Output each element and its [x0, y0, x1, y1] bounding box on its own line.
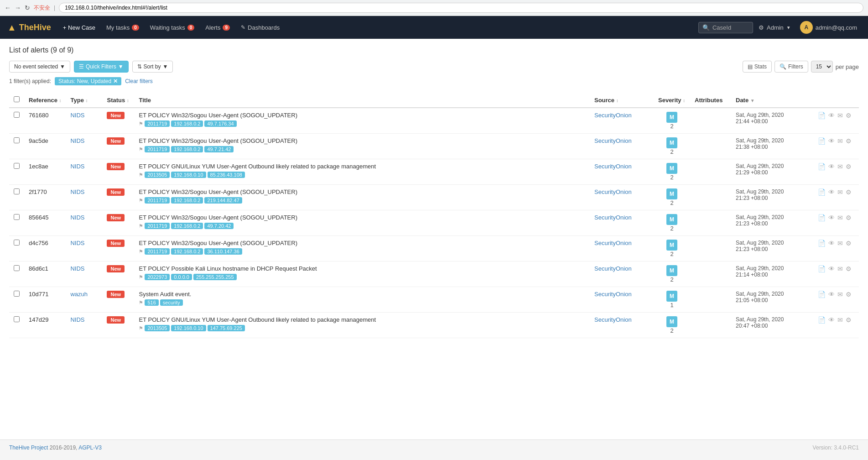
row-details-icon[interactable]: 📄 — [818, 291, 826, 298]
row-tag[interactable]: 2011719 — [145, 223, 170, 229]
row-tag[interactable]: security — [160, 299, 183, 306]
row-mail-icon[interactable]: ✉ — [837, 214, 843, 221]
row-tag[interactable]: 192.168.0.10 — [171, 172, 206, 178]
row-tag[interactable]: 2011719 — [145, 146, 170, 152]
row-source-link[interactable]: SecurityOnion — [594, 214, 632, 221]
stats-button[interactable]: ▤ Stats — [743, 61, 772, 73]
row-tag[interactable]: 2013505 — [145, 172, 170, 178]
row-settings-icon[interactable]: ⚙ — [846, 291, 852, 298]
row-tag[interactable]: 36.110.147.36 — [204, 248, 242, 255]
row-tag[interactable]: 192.168.0.2 — [171, 248, 203, 255]
row-mail-icon[interactable]: ✉ — [837, 240, 843, 247]
row-tag[interactable]: 192.168.0.2 — [171, 120, 203, 127]
row-view-icon[interactable]: 👁 — [828, 214, 835, 221]
back-button[interactable]: ← — [5, 4, 11, 11]
row-settings-icon[interactable]: ⚙ — [846, 163, 852, 170]
row-tag[interactable]: 192.168.0.2 — [171, 223, 203, 229]
row-source-link[interactable]: SecurityOnion — [594, 112, 632, 119]
row-mail-icon[interactable]: ✉ — [837, 265, 843, 272]
row-checkbox[interactable] — [14, 240, 20, 246]
row-type-link[interactable]: NIDS — [70, 137, 84, 144]
row-source-link[interactable]: SecurityOnion — [594, 188, 632, 195]
col-reference[interactable]: Reference ↕ — [24, 93, 66, 108]
row-view-icon[interactable]: 👁 — [828, 163, 835, 170]
thehive-project-link[interactable]: TheHive Project — [9, 444, 48, 451]
row-details-icon[interactable]: 📄 — [818, 112, 826, 119]
row-type-link[interactable]: NIDS — [70, 163, 84, 170]
new-case-button[interactable]: + New Case — [58, 21, 100, 34]
row-tag[interactable]: 192.168.0.10 — [171, 325, 206, 331]
row-type-link[interactable]: wazuh — [70, 291, 88, 298]
row-details-icon[interactable]: 📄 — [818, 137, 826, 145]
row-source-link[interactable]: SecurityOnion — [594, 291, 632, 298]
row-tag[interactable]: 2011719 — [145, 197, 170, 204]
row-tag[interactable]: 255.255.255.255 — [193, 274, 237, 280]
remove-filter-icon[interactable]: ✕ — [113, 78, 118, 84]
row-checkbox[interactable] — [14, 316, 20, 322]
col-severity[interactable]: Severity ↕ — [654, 93, 690, 108]
select-all-checkbox[interactable] — [14, 96, 20, 102]
row-tag[interactable]: 2011719 — [145, 248, 170, 255]
refresh-button[interactable]: ↻ — [25, 4, 30, 11]
row-tag[interactable]: 516 — [145, 299, 158, 306]
row-tag[interactable]: 147.75.69.225 — [208, 325, 245, 331]
row-tag[interactable]: 2022973 — [145, 274, 170, 280]
row-settings-icon[interactable]: ⚙ — [846, 316, 852, 324]
row-tag[interactable]: 192.168.0.2 — [171, 146, 203, 152]
row-mail-icon[interactable]: ✉ — [837, 188, 843, 196]
license-link[interactable]: AGPL-V3 — [78, 444, 102, 451]
row-settings-icon[interactable]: ⚙ — [846, 112, 852, 119]
forward-button[interactable]: → — [15, 4, 21, 11]
quick-filters-button[interactable]: ☰ Quick Filters ▼ — [74, 61, 129, 73]
row-checkbox[interactable] — [14, 291, 20, 297]
row-source-link[interactable]: SecurityOnion — [594, 240, 632, 246]
row-tag[interactable]: 0.0.0.0 — [171, 274, 192, 280]
row-details-icon[interactable]: 📄 — [818, 188, 826, 196]
row-view-icon[interactable]: 👁 — [828, 112, 835, 119]
row-type-link[interactable]: NIDS — [70, 240, 84, 246]
row-tag[interactable]: 192.168.0.2 — [171, 197, 203, 204]
row-settings-icon[interactable]: ⚙ — [846, 188, 852, 196]
row-settings-icon[interactable]: ⚙ — [846, 214, 852, 221]
brand-logo[interactable]: ▲ TheHive — [7, 22, 51, 33]
my-tasks-nav[interactable]: My tasks 0 — [102, 21, 144, 34]
row-type-link[interactable]: NIDS — [70, 316, 84, 323]
row-view-icon[interactable]: 👁 — [828, 291, 835, 298]
row-checkbox[interactable] — [14, 163, 20, 169]
row-type-link[interactable]: NIDS — [70, 214, 84, 221]
row-tag[interactable]: 219.144.82.47 — [204, 197, 242, 204]
row-details-icon[interactable]: 📄 — [818, 265, 826, 272]
row-source-link[interactable]: SecurityOnion — [594, 163, 632, 170]
row-mail-icon[interactable]: ✉ — [837, 316, 843, 324]
row-view-icon[interactable]: 👁 — [828, 137, 835, 145]
row-tag[interactable]: 2011719 — [145, 120, 170, 127]
row-details-icon[interactable]: 📄 — [818, 163, 826, 170]
row-view-icon[interactable]: 👁 — [828, 188, 835, 196]
row-checkbox[interactable] — [14, 265, 20, 271]
row-source-link[interactable]: SecurityOnion — [594, 137, 632, 144]
row-type-link[interactable]: NIDS — [70, 265, 84, 272]
row-source-link[interactable]: SecurityOnion — [594, 316, 632, 323]
row-mail-icon[interactable]: ✉ — [837, 291, 843, 298]
row-tag[interactable]: 49.7.21.42 — [204, 146, 234, 152]
alerts-nav[interactable]: Alerts 9 — [201, 21, 234, 34]
row-view-icon[interactable]: 👁 — [828, 316, 835, 324]
row-tag[interactable]: 2013505 — [145, 325, 170, 331]
search-bar[interactable]: 🔍 — [698, 22, 753, 33]
row-settings-icon[interactable]: ⚙ — [846, 265, 852, 272]
row-type-link[interactable]: NIDS — [70, 188, 84, 195]
col-type[interactable]: Type ↕ — [66, 93, 102, 108]
dashboards-nav[interactable]: ✎ Dashboards — [236, 21, 284, 34]
search-input[interactable] — [712, 24, 749, 31]
user-menu[interactable]: A admin@qq.com — [796, 19, 861, 36]
row-type-link[interactable]: NIDS — [70, 112, 84, 119]
col-source[interactable]: Source ↕ — [590, 93, 654, 108]
row-source-link[interactable]: SecurityOnion — [594, 265, 632, 272]
row-details-icon[interactable]: 📄 — [818, 316, 826, 324]
sort-by-button[interactable]: ⇅ Sort by ▼ — [132, 61, 173, 73]
row-mail-icon[interactable]: ✉ — [837, 137, 843, 145]
row-mail-icon[interactable]: ✉ — [837, 112, 843, 119]
row-view-icon[interactable]: 👁 — [828, 265, 835, 272]
col-status[interactable]: Status ↕ — [102, 93, 134, 108]
row-view-icon[interactable]: 👁 — [828, 240, 835, 247]
